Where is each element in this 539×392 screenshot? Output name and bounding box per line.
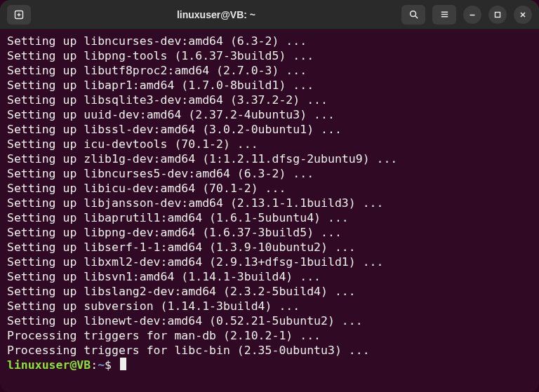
terminal-line: Setting up libsqlite3-dev:amd64 (3.37.2-…	[7, 93, 532, 107]
new-tab-button[interactable]	[7, 5, 31, 25]
prompt-user-host: linuxuser@VB	[7, 358, 91, 372]
titlebar[interactable]: linuxuser@VB: ~	[0, 0, 539, 29]
hamburger-icon	[439, 9, 450, 20]
terminal-line: Setting up libncurses5-dev:amd64 (6.3-2)…	[7, 166, 532, 181]
terminal-line: Setting up libicu-dev:amd64 (70.1-2) ...	[7, 181, 532, 196]
close-icon	[519, 11, 527, 19]
terminal-line: Setting up libutf8proc2:amd64 (2.7.0-3) …	[7, 63, 532, 78]
svg-point-1	[410, 11, 415, 17]
terminal-line: Setting up uuid-dev:amd64 (2.37.2-4ubunt…	[7, 107, 532, 122]
minimize-button[interactable]	[463, 6, 481, 24]
cursor	[120, 358, 126, 370]
terminal-line: Setting up libncurses-dev:amd64 (6.3-2) …	[7, 34, 532, 48]
terminal-line: Processing triggers for libc-bin (2.35-0…	[7, 343, 532, 358]
search-button[interactable]	[401, 5, 425, 25]
maximize-button[interactable]	[488, 6, 507, 24]
terminal-line: Setting up libsvn1:amd64 (1.14.1-3build4…	[7, 269, 532, 284]
terminal-body[interactable]: Setting up libncurses-dev:amd64 (6.3-2) …	[0, 29, 539, 392]
terminal-line: Setting up libnewt-dev:amd64 (0.52.21-5u…	[7, 313, 532, 328]
terminal-window: linuxuser@VB: ~	[0, 0, 539, 392]
terminal-line: Setting up libpng-dev:amd64 (1.6.37-3bui…	[7, 225, 532, 240]
prompt-dollar: $	[105, 358, 112, 372]
terminal-line: Processing triggers for man-db (2.10.2-1…	[7, 328, 532, 343]
svg-rect-2	[495, 12, 500, 17]
terminal-line: Setting up subversion (1.14.1-3build4) .…	[7, 299, 532, 313]
terminal-line: Setting up libslang2-dev:amd64 (2.3.2-5b…	[7, 284, 532, 299]
terminal-line: Setting up libxml2-dev:amd64 (2.9.13+dfs…	[7, 255, 532, 269]
titlebar-right	[401, 5, 532, 25]
search-icon	[408, 9, 419, 20]
terminal-line: Setting up libjansson-dev:amd64 (2.13.1-…	[7, 196, 532, 210]
terminal-line: Setting up icu-devtools (70.1-2) ...	[7, 137, 532, 151]
terminal-prompt[interactable]: linuxuser@VB:~$	[7, 358, 532, 372]
maximize-icon	[493, 11, 502, 19]
prompt-colon: :	[91, 358, 98, 372]
terminal-line: Setting up libserf-1-1:amd64 (1.3.9-10ub…	[7, 240, 532, 255]
prompt-path: ~	[98, 358, 105, 372]
minimize-icon	[468, 11, 477, 19]
terminal-line: Setting up libpng-tools (1.6.37-3build5)…	[7, 48, 532, 63]
terminal-line: Setting up libapr1:amd64 (1.7.0-8build1)…	[7, 78, 532, 93]
terminal-line: Setting up libssl-dev:amd64 (3.0.2-0ubun…	[7, 122, 532, 137]
terminal-line: Setting up libaprutil1:amd64 (1.6.1-5ubu…	[7, 210, 532, 225]
close-button[interactable]	[514, 6, 532, 24]
window-title: linuxuser@VB: ~	[36, 9, 396, 20]
titlebar-left	[7, 5, 31, 25]
new-tab-icon	[13, 9, 25, 20]
terminal-line: Setting up zlib1g-dev:amd64 (1:1.2.11.df…	[7, 151, 532, 166]
menu-button[interactable]	[432, 5, 456, 25]
